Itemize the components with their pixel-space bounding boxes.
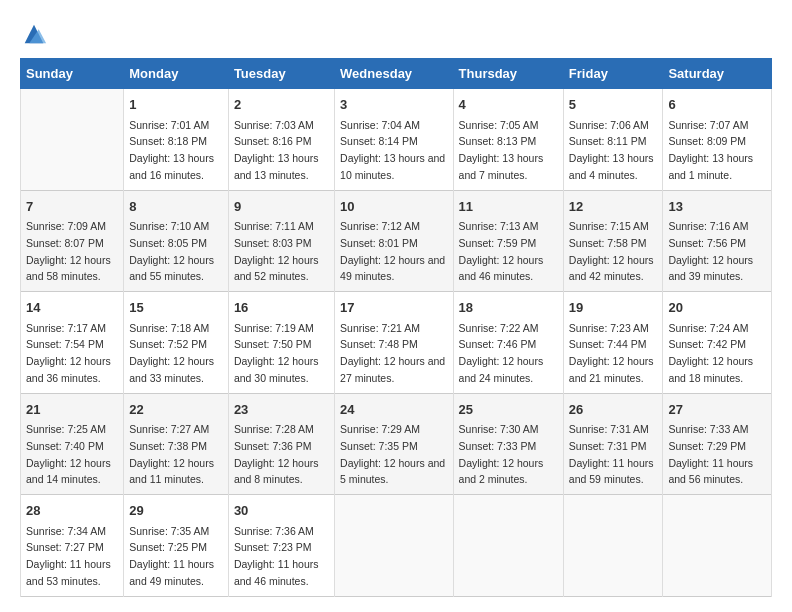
calendar-cell: 10 Sunrise: 7:12 AM Sunset: 8:01 PM Dayl… <box>335 190 453 292</box>
calendar-body: 1 Sunrise: 7:01 AM Sunset: 8:18 PM Dayli… <box>21 89 772 597</box>
daylight-text: Daylight: 12 hours and 42 minutes. <box>569 254 654 283</box>
header <box>20 20 772 48</box>
daylight-text: Daylight: 12 hours and 49 minutes. <box>340 254 445 283</box>
day-number: 25 <box>459 400 558 420</box>
daylight-text: Daylight: 12 hours and 11 minutes. <box>129 457 214 486</box>
daylight-text: Daylight: 12 hours and 30 minutes. <box>234 355 319 384</box>
sunrise-text: Sunrise: 7:13 AM <box>459 220 539 232</box>
daylight-text: Daylight: 13 hours and 4 minutes. <box>569 152 654 181</box>
daylight-text: Daylight: 12 hours and 24 minutes. <box>459 355 544 384</box>
calendar-cell: 5 Sunrise: 7:06 AM Sunset: 8:11 PM Dayli… <box>563 89 663 191</box>
day-number: 17 <box>340 298 447 318</box>
week-row-5: 28 Sunrise: 7:34 AM Sunset: 7:27 PM Dayl… <box>21 495 772 597</box>
calendar-cell: 28 Sunrise: 7:34 AM Sunset: 7:27 PM Dayl… <box>21 495 124 597</box>
calendar-cell <box>663 495 772 597</box>
sunrise-text: Sunrise: 7:35 AM <box>129 525 209 537</box>
calendar-cell: 3 Sunrise: 7:04 AM Sunset: 8:14 PM Dayli… <box>335 89 453 191</box>
sunrise-text: Sunrise: 7:09 AM <box>26 220 106 232</box>
sunset-text: Sunset: 7:27 PM <box>26 541 104 553</box>
sunset-text: Sunset: 7:35 PM <box>340 440 418 452</box>
header-friday: Friday <box>563 59 663 89</box>
week-row-4: 21 Sunrise: 7:25 AM Sunset: 7:40 PM Dayl… <box>21 393 772 495</box>
calendar-cell: 25 Sunrise: 7:30 AM Sunset: 7:33 PM Dayl… <box>453 393 563 495</box>
day-number: 6 <box>668 95 766 115</box>
calendar-cell: 22 Sunrise: 7:27 AM Sunset: 7:38 PM Dayl… <box>124 393 229 495</box>
calendar-cell: 29 Sunrise: 7:35 AM Sunset: 7:25 PM Dayl… <box>124 495 229 597</box>
sunset-text: Sunset: 8:18 PM <box>129 135 207 147</box>
calendar-cell: 27 Sunrise: 7:33 AM Sunset: 7:29 PM Dayl… <box>663 393 772 495</box>
day-number: 14 <box>26 298 118 318</box>
daylight-text: Daylight: 11 hours and 56 minutes. <box>668 457 753 486</box>
calendar-cell: 1 Sunrise: 7:01 AM Sunset: 8:18 PM Dayli… <box>124 89 229 191</box>
daylight-text: Daylight: 11 hours and 46 minutes. <box>234 558 319 587</box>
calendar-cell: 2 Sunrise: 7:03 AM Sunset: 8:16 PM Dayli… <box>228 89 334 191</box>
sunrise-text: Sunrise: 7:34 AM <box>26 525 106 537</box>
daylight-text: Daylight: 12 hours and 18 minutes. <box>668 355 753 384</box>
calendar-cell: 7 Sunrise: 7:09 AM Sunset: 8:07 PM Dayli… <box>21 190 124 292</box>
sunrise-text: Sunrise: 7:07 AM <box>668 119 748 131</box>
calendar-cell: 15 Sunrise: 7:18 AM Sunset: 7:52 PM Dayl… <box>124 292 229 394</box>
header-row: SundayMondayTuesdayWednesdayThursdayFrid… <box>21 59 772 89</box>
day-number: 24 <box>340 400 447 420</box>
calendar-cell <box>335 495 453 597</box>
daylight-text: Daylight: 12 hours and 33 minutes. <box>129 355 214 384</box>
sunset-text: Sunset: 8:13 PM <box>459 135 537 147</box>
sunrise-text: Sunrise: 7:21 AM <box>340 322 420 334</box>
calendar-cell: 30 Sunrise: 7:36 AM Sunset: 7:23 PM Dayl… <box>228 495 334 597</box>
sunset-text: Sunset: 7:52 PM <box>129 338 207 350</box>
daylight-text: Daylight: 12 hours and 21 minutes. <box>569 355 654 384</box>
daylight-text: Daylight: 13 hours and 1 minute. <box>668 152 753 181</box>
daylight-text: Daylight: 12 hours and 39 minutes. <box>668 254 753 283</box>
day-number: 1 <box>129 95 223 115</box>
day-number: 28 <box>26 501 118 521</box>
day-number: 19 <box>569 298 658 318</box>
sunrise-text: Sunrise: 7:31 AM <box>569 423 649 435</box>
sunrise-text: Sunrise: 7:22 AM <box>459 322 539 334</box>
day-number: 21 <box>26 400 118 420</box>
calendar-cell: 12 Sunrise: 7:15 AM Sunset: 7:58 PM Dayl… <box>563 190 663 292</box>
sunrise-text: Sunrise: 7:04 AM <box>340 119 420 131</box>
day-number: 15 <box>129 298 223 318</box>
sunrise-text: Sunrise: 7:19 AM <box>234 322 314 334</box>
day-number: 8 <box>129 197 223 217</box>
header-monday: Monday <box>124 59 229 89</box>
header-tuesday: Tuesday <box>228 59 334 89</box>
sunset-text: Sunset: 7:59 PM <box>459 237 537 249</box>
day-number: 13 <box>668 197 766 217</box>
day-number: 10 <box>340 197 447 217</box>
sunrise-text: Sunrise: 7:25 AM <box>26 423 106 435</box>
day-number: 26 <box>569 400 658 420</box>
day-number: 12 <box>569 197 658 217</box>
sunset-text: Sunset: 7:38 PM <box>129 440 207 452</box>
sunrise-text: Sunrise: 7:28 AM <box>234 423 314 435</box>
header-wednesday: Wednesday <box>335 59 453 89</box>
sunrise-text: Sunrise: 7:18 AM <box>129 322 209 334</box>
calendar-cell: 19 Sunrise: 7:23 AM Sunset: 7:44 PM Dayl… <box>563 292 663 394</box>
calendar-cell <box>21 89 124 191</box>
calendar-cell: 8 Sunrise: 7:10 AM Sunset: 8:05 PM Dayli… <box>124 190 229 292</box>
day-number: 11 <box>459 197 558 217</box>
calendar-cell: 17 Sunrise: 7:21 AM Sunset: 7:48 PM Dayl… <box>335 292 453 394</box>
sunrise-text: Sunrise: 7:33 AM <box>668 423 748 435</box>
header-sunday: Sunday <box>21 59 124 89</box>
calendar-cell: 11 Sunrise: 7:13 AM Sunset: 7:59 PM Dayl… <box>453 190 563 292</box>
day-number: 3 <box>340 95 447 115</box>
daylight-text: Daylight: 13 hours and 13 minutes. <box>234 152 319 181</box>
header-thursday: Thursday <box>453 59 563 89</box>
calendar-header: SundayMondayTuesdayWednesdayThursdayFrid… <box>21 59 772 89</box>
day-number: 2 <box>234 95 329 115</box>
sunrise-text: Sunrise: 7:03 AM <box>234 119 314 131</box>
day-number: 22 <box>129 400 223 420</box>
calendar-cell: 16 Sunrise: 7:19 AM Sunset: 7:50 PM Dayl… <box>228 292 334 394</box>
sunrise-text: Sunrise: 7:27 AM <box>129 423 209 435</box>
daylight-text: Daylight: 12 hours and 14 minutes. <box>26 457 111 486</box>
calendar-table: SundayMondayTuesdayWednesdayThursdayFrid… <box>20 58 772 597</box>
sunset-text: Sunset: 7:50 PM <box>234 338 312 350</box>
week-row-2: 7 Sunrise: 7:09 AM Sunset: 8:07 PM Dayli… <box>21 190 772 292</box>
sunrise-text: Sunrise: 7:11 AM <box>234 220 314 232</box>
sunset-text: Sunset: 7:29 PM <box>668 440 746 452</box>
daylight-text: Daylight: 11 hours and 59 minutes. <box>569 457 654 486</box>
daylight-text: Daylight: 12 hours and 46 minutes. <box>459 254 544 283</box>
sunset-text: Sunset: 7:33 PM <box>459 440 537 452</box>
calendar-cell: 20 Sunrise: 7:24 AM Sunset: 7:42 PM Dayl… <box>663 292 772 394</box>
